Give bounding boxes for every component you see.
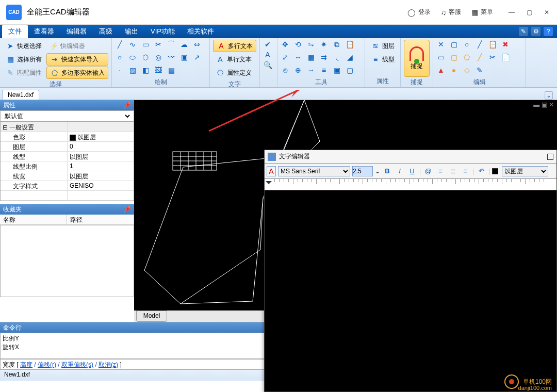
hexagon-icon[interactable]: ⬡	[141, 53, 150, 62]
rect-icon[interactable]: ▭	[141, 40, 150, 49]
dim-icon[interactable]: ⇔	[192, 40, 202, 49]
cmd-opt-offset[interactable]: 偏移(r)	[38, 361, 56, 368]
tab-output[interactable]: 输出	[119, 25, 144, 38]
explode-icon[interactable]: ✷	[319, 40, 329, 49]
color-swatch[interactable]	[492, 168, 498, 174]
circle2-icon[interactable]: ○	[462, 40, 471, 49]
ungroup-icon[interactable]: ▢	[345, 66, 354, 75]
italic-button[interactable]: I	[395, 166, 405, 176]
text-style-icon[interactable]: A	[263, 50, 272, 59]
circle-icon[interactable]: ○	[115, 53, 124, 62]
chamfer-icon[interactable]: ◢	[345, 53, 354, 62]
sel-sq-icon[interactable]: ▢	[449, 53, 458, 62]
prop-row-ltype[interactable]: 线型以图层	[1, 152, 134, 161]
tab-viewer[interactable]: 查看器	[28, 25, 60, 38]
leader-icon[interactable]: ↗	[192, 53, 202, 62]
layer-button[interactable]: ≋图层	[368, 40, 397, 52]
fav-col-name[interactable]: 名称	[0, 215, 67, 224]
square-icon[interactable]: ▢	[449, 40, 458, 49]
cmd-opt-double[interactable]: 双重偏移(s)	[61, 361, 93, 368]
cut-icon[interactable]: ✂	[488, 53, 497, 62]
rotate-icon[interactable]: ⟲	[293, 40, 303, 49]
undo-button[interactable]: ↶	[476, 166, 486, 176]
minimize-button[interactable]: ―	[507, 8, 516, 17]
trim-icon[interactable]: ✂	[154, 40, 163, 49]
spline-icon[interactable]: 〰	[167, 53, 176, 62]
bold-button[interactable]: B	[382, 166, 392, 176]
prop-row-color[interactable]: 色彩以图层	[1, 132, 134, 142]
image-icon[interactable]: 🖼	[154, 66, 163, 75]
stretch-icon[interactable]: ↔	[293, 53, 303, 62]
prop-row-tstyle[interactable]: 文字样式GENISO	[1, 181, 134, 191]
linetype-button[interactable]: ≡线型	[368, 53, 397, 66]
capture-button[interactable]: 捕捉	[404, 40, 430, 77]
match-props-button[interactable]: ✎匹配属性	[3, 67, 44, 79]
extend-icon[interactable]: →	[306, 66, 316, 75]
move-icon[interactable]: ✥	[281, 40, 290, 49]
cmd-opt-height[interactable]: 高度	[20, 361, 32, 368]
at-button[interactable]: @	[423, 166, 433, 176]
chevron-down-icon[interactable]: ⌄	[375, 168, 380, 175]
fillet-icon[interactable]: ◟	[332, 53, 341, 62]
table-icon[interactable]: ▦	[167, 66, 176, 75]
align-center-button[interactable]: ≣	[448, 166, 458, 176]
block-icon[interactable]: ▣	[179, 53, 189, 62]
brush-icon[interactable]: ✎	[475, 66, 484, 75]
select-all-button[interactable]: ▦选择所有	[3, 53, 44, 66]
prop-row-lscale[interactable]: 线型比例1	[1, 161, 134, 171]
line2-icon[interactable]: ╱	[475, 40, 484, 49]
tab-editor[interactable]: 编辑器	[60, 25, 93, 38]
font-select[interactable]: MS Sans Serif	[278, 166, 350, 176]
tab-advanced[interactable]: 高级	[93, 25, 119, 38]
check-icon[interactable]: ✔	[263, 40, 272, 49]
delete-icon[interactable]: ✖	[501, 40, 510, 49]
stext-button[interactable]: A单行文本	[213, 53, 256, 66]
clipboard-icon[interactable]: 📋	[488, 40, 497, 49]
align-left-button[interactable]: ≡	[435, 166, 446, 176]
cloud-icon[interactable]: ☁	[179, 40, 189, 49]
mtext-button[interactable]: A多行文本	[213, 40, 256, 52]
attdef-button[interactable]: ⎔属性定义	[213, 67, 256, 79]
fav-col-path[interactable]: 路径	[67, 215, 134, 224]
color-select[interactable]: 以图层	[502, 166, 548, 176]
entity-import-button[interactable]: ⇥快速实体导入	[46, 53, 108, 66]
align-icon[interactable]: ≡	[319, 66, 329, 75]
quick-editor-button[interactable]: ⚡快编辑器	[46, 40, 108, 52]
maximize-icon[interactable]	[547, 154, 553, 160]
prop-row-layer[interactable]: 图层0	[1, 142, 134, 152]
hatch-icon[interactable]: ▨	[128, 66, 137, 75]
menu-button[interactable]: ▦菜单	[466, 6, 498, 19]
tri-icon[interactable]: ▲	[436, 66, 446, 75]
text-editor-ruler[interactable]	[265, 179, 556, 190]
scale-icon[interactable]: ⤢	[281, 53, 290, 62]
tab-related[interactable]: 相关软件	[181, 25, 220, 38]
login-button[interactable]: ◯登录	[402, 6, 436, 19]
sel-line-icon[interactable]: ╱	[475, 53, 484, 62]
collapse-icon[interactable]: ⌄	[545, 91, 553, 100]
text-editor-canvas[interactable]	[265, 190, 556, 386]
gradient-icon[interactable]: ◧	[141, 66, 150, 75]
circ3-icon[interactable]: ●	[449, 66, 458, 75]
align-right-button[interactable]: ≡	[460, 166, 470, 176]
copy-icon[interactable]: ⧉	[332, 40, 341, 49]
mirror-icon[interactable]: ⇋	[306, 40, 316, 49]
edit-icon[interactable]: ✎	[519, 27, 528, 36]
pin-icon[interactable]: 📌	[123, 102, 131, 109]
ellipse-icon[interactable]: ⬭	[128, 53, 137, 62]
erase-icon[interactable]: ✕	[436, 40, 446, 49]
default-value-select[interactable]: 默认值	[0, 110, 134, 122]
prop-row-lweight[interactable]: 线宽以图层	[1, 171, 134, 181]
sel-poly-icon[interactable]: ⬠	[462, 53, 471, 62]
arc-icon[interactable]: ⌒	[167, 40, 176, 49]
polyline-icon[interactable]: ∿	[128, 40, 137, 49]
tab-file[interactable]: 文件	[2, 25, 28, 38]
ring-icon[interactable]: ◎	[154, 53, 163, 62]
paste2-icon[interactable]: 📄	[501, 53, 510, 62]
find-icon[interactable]: 🔍	[263, 60, 272, 70]
support-button[interactable]: ♫客服	[436, 6, 467, 19]
maximize-button[interactable]: ▢	[525, 8, 533, 17]
paste-icon[interactable]: 📋	[345, 40, 354, 49]
array-icon[interactable]: ▦	[306, 53, 316, 62]
underline-button[interactable]: U	[407, 166, 417, 176]
settings-icon[interactable]: ⚙	[531, 27, 540, 36]
